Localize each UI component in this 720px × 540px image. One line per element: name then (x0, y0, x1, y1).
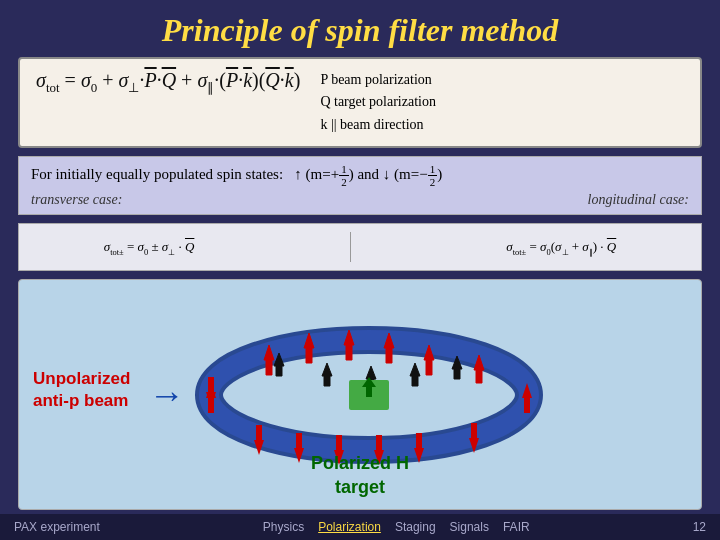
nav-polarization[interactable]: Polarization (318, 520, 381, 534)
nav-fair[interactable]: FAIR (503, 520, 530, 534)
formula-box: σtot = σ0 + σ⊥·P·Q + σ∥·(P·k)(Q·k) P bea… (18, 57, 702, 148)
longitudinal-formula: σtot± = σ0(σ⊥ + σ∥) · Q (506, 239, 616, 257)
transverse-formula: σtot± = σ0 ± σ⊥ · Q (104, 239, 195, 257)
unpolarized-label: Unpolarizedanti-p beam (33, 368, 130, 412)
spin-states-bar: For initially equally populated spin sta… (18, 156, 702, 215)
key-line-3: k || beam direction (320, 114, 520, 136)
pax-experiment-label: PAX experiment (14, 520, 100, 534)
ring-svg (179, 325, 559, 465)
equations-row: σtot± = σ0 ± σ⊥ · Q σtot± = σ0(σ⊥ + σ∥) … (18, 223, 702, 271)
bottom-bar: PAX experiment Physics Polarization Stag… (0, 514, 720, 540)
divider (350, 232, 351, 262)
nav-physics[interactable]: Physics (263, 520, 304, 534)
slide: Principle of spin filter method σtot = σ… (0, 0, 720, 540)
polarized-label: Polarized Htarget (311, 452, 409, 499)
longitudinal-case-label: longitudinal case: (588, 192, 690, 208)
polarization-key: P beam polarization Q target polarizatio… (320, 69, 520, 136)
formula-display: σtot = σ0 + σ⊥·P·Q + σ∥·(P·k)(Q·k) (36, 69, 300, 96)
slide-title: Principle of spin filter method (0, 0, 720, 57)
bottom-navigation[interactable]: Physics Polarization Staging Signals FAI… (263, 520, 530, 534)
svg-marker-9 (322, 363, 332, 386)
key-line-2: Q target polarization (320, 91, 520, 113)
transverse-case-label: transverse case: (31, 192, 122, 208)
nav-staging[interactable]: Staging (395, 520, 436, 534)
transverse-eq-block: σtot± = σ0 ± σ⊥ · Q (104, 239, 195, 257)
ring-container (179, 325, 559, 465)
svg-marker-11 (410, 363, 420, 386)
nav-signals[interactable]: Signals (450, 520, 489, 534)
spin-states-label: For initially equally populated spin sta… (31, 163, 442, 188)
longitudinal-eq-block: σtot± = σ0(σ⊥ + σ∥) · Q (506, 239, 616, 257)
key-line-1: P beam polarization (320, 69, 520, 91)
diagram-section: Unpolarizedanti-p beam → (18, 279, 702, 510)
main-content: σtot = σ0 + σ⊥·P·Q + σ∥·(P·k)(Q·k) P bea… (0, 57, 720, 514)
page-number: 12 (693, 520, 706, 534)
